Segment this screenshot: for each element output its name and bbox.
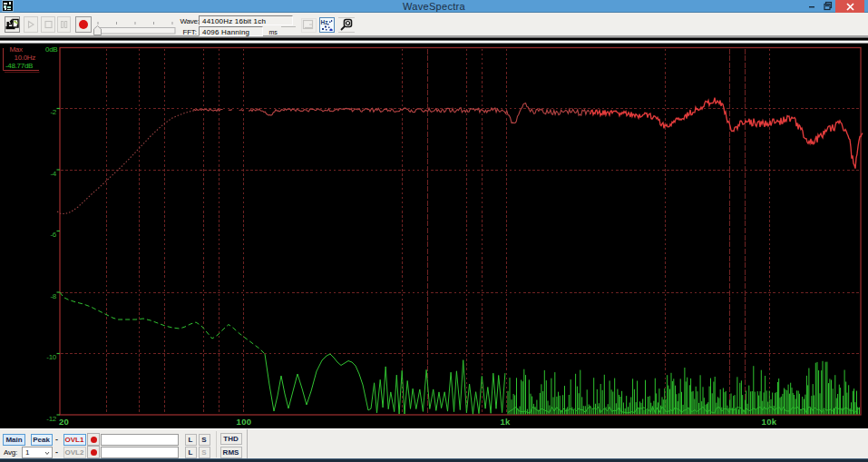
svg-text:-4: -4 [50,170,56,178]
svg-text:-12: -12 [46,415,57,423]
svg-text:0dB: 0dB [45,45,57,54]
svg-text:-8: -8 [50,292,56,300]
svg-text:20: 20 [59,417,69,427]
svg-text:-10: -10 [46,353,57,361]
svg-text:-6: -6 [50,231,56,239]
svg-text:10.0Hz: 10.0Hz [15,54,36,62]
svg-text:Max: Max [10,45,24,54]
svg-text:-48.77dB: -48.77dB [5,62,33,70]
svg-text:Hz: Hz [321,19,329,25]
svg-text:10k: 10k [762,417,777,427]
svg-text:1k: 1k [500,417,511,427]
svg-text:-2: -2 [50,108,56,116]
svg-text:100: 100 [237,417,252,427]
